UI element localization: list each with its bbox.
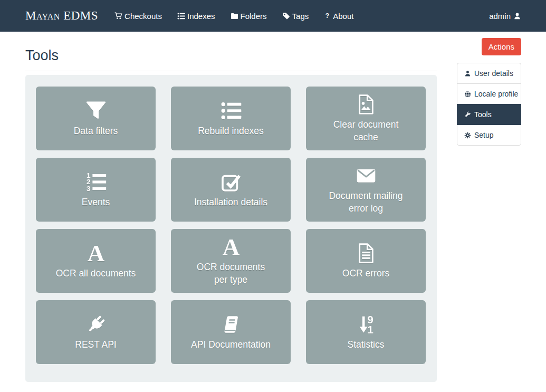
- tool-tile-rest-api[interactable]: REST API: [36, 300, 156, 364]
- page-content: Tools Data filters Rebuild indexes: [0, 32, 546, 382]
- wrench-icon: [464, 111, 471, 118]
- navbar-menu: Checkouts Indexes Folders Tags ? About: [107, 8, 361, 24]
- tag-icon: [282, 12, 290, 20]
- tool-tile-label: Installation details: [194, 196, 267, 208]
- page-header: Tools: [25, 47, 437, 71]
- nav-item-label: Indexes: [187, 12, 215, 21]
- gear-icon: [464, 132, 471, 139]
- tool-tile-rebuild-indexes[interactable]: Rebuild indexes: [171, 87, 291, 150]
- nav-item-label: Checkouts: [124, 12, 162, 21]
- book-icon: [221, 313, 242, 336]
- sidebar-item-label: Locale profile: [474, 90, 518, 98]
- tool-tile-label: API Documentation: [191, 338, 271, 351]
- nav-item-label: Folders: [241, 12, 267, 21]
- svg-text:A: A: [87, 243, 104, 264]
- shopping-cart-icon: [114, 12, 122, 20]
- svg-text:1: 1: [367, 323, 373, 335]
- sidebar-item-label: User details: [474, 69, 513, 78]
- list-icon: [221, 100, 242, 122]
- tool-tile-events[interactable]: 123 Events: [36, 158, 156, 222]
- nav-item-checkouts[interactable]: Checkouts: [114, 8, 162, 24]
- user-icon: [513, 12, 521, 20]
- tool-tile-label: Clear document cache: [333, 118, 399, 144]
- tool-tile-label: OCR errors: [342, 267, 389, 280]
- svg-text:A: A: [222, 236, 240, 257]
- tool-tile-ocr-documents-per-type[interactable]: A OCR documents per type: [171, 229, 291, 293]
- font-icon: A: [85, 242, 107, 264]
- tool-tile-ocr-errors[interactable]: OCR errors: [306, 229, 426, 293]
- tool-tile-label: Rebuild indexes: [198, 125, 264, 137]
- tools-grid: Data filters Rebuild indexes Clear docum…: [36, 87, 426, 364]
- ordered-list-icon: 123: [85, 171, 107, 193]
- nav-item-about[interactable]: ? About: [324, 8, 353, 24]
- globe-icon: [464, 91, 471, 98]
- tool-tile-clear-document-cache[interactable]: Clear document cache: [306, 87, 426, 150]
- nav-item-tags[interactable]: Tags: [282, 8, 309, 24]
- check-square-icon: [221, 171, 242, 193]
- list-icon: [177, 12, 185, 20]
- folder-icon: [231, 12, 238, 20]
- main-column: Tools Data filters Rebuild indexes: [25, 32, 437, 382]
- font-icon: A: [221, 236, 242, 258]
- sidebar-menu: User details Locale profile Tools Setup: [457, 63, 521, 146]
- user-icon: [464, 70, 471, 77]
- actions-button[interactable]: Actions: [482, 38, 521, 55]
- tool-tile-label: OCR all documents: [56, 267, 136, 280]
- file-text-icon: [356, 242, 377, 264]
- sidebar-item-setup[interactable]: Setup: [457, 125, 521, 146]
- sidebar-item-label: Setup: [474, 131, 494, 139]
- filter-icon: [85, 100, 107, 122]
- sidebar-item-label: Tools: [474, 110, 492, 119]
- nav-item-folders[interactable]: Folders: [231, 8, 267, 24]
- nav-user-menu[interactable]: admin: [489, 12, 521, 21]
- sort-numeric-desc-icon: 91: [356, 313, 377, 336]
- app-logo[interactable]: Mayan EDMS: [25, 9, 98, 23]
- nav-user-label: admin: [489, 12, 511, 21]
- tool-tile-label: Statistics: [347, 338, 384, 351]
- file-image-icon: [356, 93, 377, 116]
- plug-icon: [85, 313, 107, 336]
- tool-tile-label: OCR documents per type: [197, 261, 265, 286]
- sidebar-item-user-details[interactable]: User details: [457, 63, 521, 84]
- tool-tile-label: Events: [82, 196, 110, 208]
- sidebar-column: Actions User details Locale profile Tool…: [457, 32, 521, 146]
- tool-tile-document-mailing-error-log[interactable]: Document mailing error log: [306, 158, 426, 222]
- svg-text:3: 3: [87, 185, 91, 193]
- tools-panel: Data filters Rebuild indexes Clear docum…: [25, 75, 437, 382]
- tool-tile-label: REST API: [75, 338, 116, 351]
- tool-tile-ocr-all-documents[interactable]: A OCR all documents: [36, 229, 156, 293]
- nav-item-label: Tags: [292, 12, 309, 21]
- nav-item-indexes[interactable]: Indexes: [177, 8, 215, 24]
- tool-tile-label: Data filters: [74, 125, 118, 137]
- tool-tile-installation-details[interactable]: Installation details: [171, 158, 291, 222]
- tool-tile-statistics[interactable]: 91 Statistics: [306, 300, 426, 364]
- tool-tile-data-filters[interactable]: Data filters: [36, 87, 156, 150]
- question-icon: ?: [324, 12, 331, 20]
- envelope-icon: [356, 165, 377, 187]
- sidebar-item-locale-profile[interactable]: Locale profile: [457, 83, 521, 104]
- nav-item-label: About: [333, 12, 353, 21]
- tool-tile-api-documentation[interactable]: API Documentation: [171, 300, 291, 364]
- page-title: Tools: [25, 47, 437, 64]
- sidebar-item-tools[interactable]: Tools: [457, 104, 521, 125]
- top-navbar: Mayan EDMS Checkouts Indexes Folders Tag…: [0, 0, 546, 32]
- svg-text:?: ?: [325, 12, 329, 20]
- tool-tile-label: Document mailing error log: [329, 189, 403, 215]
